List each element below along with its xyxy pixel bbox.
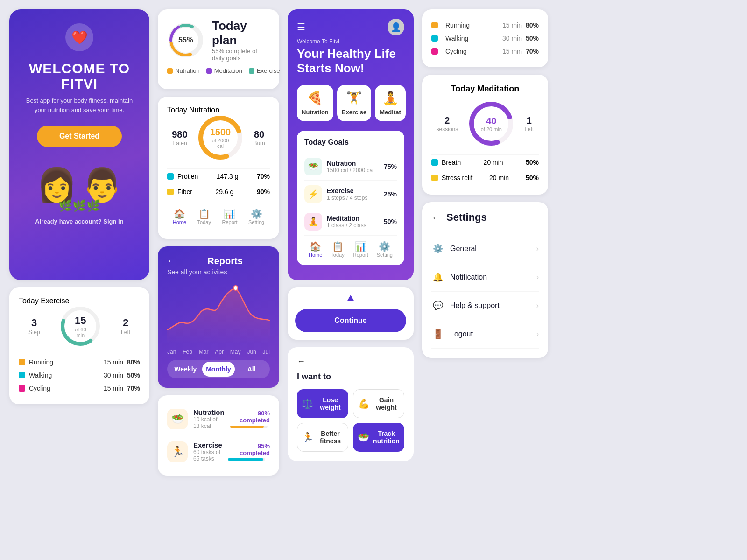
reports-back-button[interactable]: ← [167,256,176,266]
today-plan-donut: 55% [167,21,204,59]
hamburger-menu[interactable]: ☰ [297,21,305,33]
health-welcome-text: Welcome To Fitvi [297,38,404,45]
reports-tab[interactable]: Monthly [202,362,235,377]
reports-tab[interactable]: Weekly [169,362,202,377]
welcome-title: WELCOME TOFITVI [21,61,138,91]
right-activity-name: Running [445,21,470,29]
exercise-activity-row: Running 15 min 80% [19,356,140,369]
nutrition-color-bar [167,189,174,195]
reports-tabs: WeeklyMonthlyAll [167,360,270,378]
right-activity-percent: 70% [522,48,539,55]
legend-dot [249,68,254,74]
meditation-title: Today Meditation [431,84,539,94]
settings-item[interactable]: 🚪 Logout › [431,320,539,349]
exercise-activity-row: Cycling 15 min 70% [19,382,140,395]
today-meditation-card: Today Meditation 2 sessions 40 of 20 min… [422,75,548,195]
settings-item[interactable]: 🔔 Notification › [431,263,539,292]
play-icon [347,295,354,301]
reports-tab[interactable]: All [235,362,268,377]
today-plan-legend: Nutration Meditation Exercise [167,67,270,74]
nav-today[interactable]: 📋 Today [197,208,211,225]
health-goal-row: 🧘 Meditation 1 class / 2 class 50% [304,208,397,236]
right-activity-duration: 30 min [502,35,522,42]
settings-chevron-icon: › [536,330,539,338]
steps-done-stat: 3 Step [28,317,40,336]
goal-btn-label: Gain weight [374,396,399,411]
chart-month-label: Mar [199,349,209,355]
svg-point-8 [233,286,238,290]
get-started-button[interactable]: Get Started [37,126,122,147]
right-activity-row: Cycling 15 min 70% [431,45,539,58]
activity-list-card: 🥗 Nutration 10 kcal of 13 kcal 90% compl… [158,395,279,476]
nutrition-ring: 1500 of 2000 cal [197,114,244,161]
health-cat-icon: 🧘 [380,91,401,106]
health-cat-label: Nutration [302,109,329,116]
health-categories: 🍕 Nutration 🏋️ Exercise 🧘 Meditat [297,85,404,121]
activity-progress-fill [230,426,264,428]
activity-list-pct: 95% completed [228,442,270,456]
health-nav-setting[interactable]: ⚙️ Setting [377,241,393,258]
goal-btn-icon: ⚖️ [302,398,313,409]
goal-detail: 1500 cal / 2000 cal [327,167,384,174]
activity-list-detail: 10 kcal of 13 kcal [193,416,225,429]
health-goal-row: ⚡ Exercise 1 steps / 4 steps 25% [304,181,397,208]
settings-chevron-icon: › [536,273,539,281]
activity-progress-fill [228,458,263,461]
nutrition-item-name: Fiber [177,188,192,196]
right-activity-dot [431,35,438,42]
meditation-items-list: Breath 20 min 50% Stress relif 20 min 50… [431,154,539,185]
continue-card: Continue [288,287,414,340]
health-category-item[interactable]: 🍕 Nutration [297,85,333,121]
activity-list-pct: 90% completed [230,410,270,424]
meditation-item-duration: 20 min [489,174,509,182]
nav-home[interactable]: 🏠 Home [173,208,186,225]
nutrition-item-row: Fiber 29.6 g 90% [167,184,270,199]
goal-selection-button[interactable]: 💪 Gain weight [353,389,404,418]
legend-label: Nutration [175,67,200,74]
sign-in-link[interactable]: Sign In [103,218,123,225]
goal-sel-back-button[interactable]: ← [297,357,404,366]
right-activity-duration: 15 min [502,48,522,55]
goal-btn-icon: 💪 [358,398,370,409]
continue-button[interactable]: Continue [295,309,406,332]
goal-selection-card: ← I want to ⚖️ Lose weight 💪 Gain weight… [288,347,414,461]
activity-name: Cycling [29,385,50,392]
settings-item[interactable]: 💬 Help & support › [431,292,539,320]
activity-duration: 15 min [104,385,123,392]
settings-item[interactable]: ⚙️ General › [431,235,539,263]
health-nav-today[interactable]: 📋 Today [331,241,344,258]
goal-detail: 1 class / 2 class [327,222,384,229]
activity-percent: 70% [123,385,140,392]
nav-report[interactable]: 📊 Report [222,208,237,225]
goal-detail: 1 steps / 4 steps [327,195,384,201]
health-category-item[interactable]: 🧘 Meditat [375,85,406,121]
chart-month-label: May [230,349,241,355]
welcome-card: ❤️ WELCOME TOFITVI Best app for your bod… [9,9,149,280]
health-nav-home[interactable]: 🏠 Home [309,241,322,258]
right-activity-percent: 50% [522,35,539,42]
chart-month-labels: JanFebMarAprMayJunJul [167,349,270,355]
legend-item: Exercise [249,67,280,74]
settings-item-label: Help & support [450,301,500,310]
meditation-item-row: Breath 20 min 50% [431,154,539,170]
activity-name: Walking [29,371,52,379]
exercise-ring: 15 of 60 min [59,305,101,347]
right-activity-row: Running 15 min 80% [431,19,539,32]
legend-label: Exercise [257,67,280,74]
health-nav-report[interactable]: 📊 Report [353,241,368,258]
settings-chevron-icon: › [536,301,539,310]
settings-chevron-icon: › [536,245,539,253]
settings-back-button[interactable]: ← [431,212,441,223]
legend-item: Meditation [206,67,242,74]
activity-color-dot [19,372,25,378]
goal-selection-button[interactable]: 🏃 Better fitness [297,423,348,452]
health-category-item[interactable]: 🏋️ Exercise [337,85,372,121]
activity-color-dot [19,385,25,392]
goal-selection-button[interactable]: 🥗 Track nutrition [353,423,404,452]
meditation-color-bar [431,175,438,181]
nav-setting[interactable]: ⚙️ Setting [248,208,264,225]
nutrition-item-amount: 147.3 g [217,173,239,180]
settings-title: Settings [446,211,487,224]
health-cat-label: Meditat [380,109,401,116]
goal-selection-button[interactable]: ⚖️ Lose weight [297,389,348,418]
